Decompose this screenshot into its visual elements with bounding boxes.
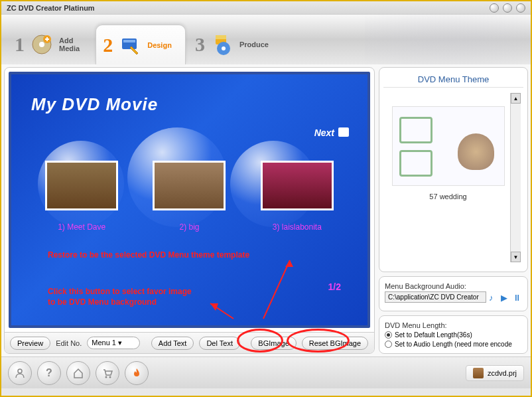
radio-icon: [385, 331, 392, 339]
step-produce[interactable]: 3 Produce: [188, 25, 282, 64]
theme-caption: 57 wedding: [386, 193, 510, 200]
step-add-media[interactable]: 1 Add Media: [8, 25, 93, 64]
menu-select[interactable]: Menu 1 ▾: [87, 337, 140, 349]
step-number: 2: [103, 34, 113, 56]
step-number: 1: [15, 33, 25, 56]
dvd-menu-preview[interactable]: My DVD Movie Next 1) Meet Dave 2) big: [9, 72, 370, 328]
page-indicator: 1/2: [328, 281, 341, 292]
theme-item[interactable]: 57 wedding: [386, 93, 510, 262]
svg-point-14: [105, 376, 107, 378]
scroll-up-button[interactable]: ▲: [511, 93, 521, 104]
disc-plus-icon: [29, 31, 55, 58]
maximize-button[interactable]: [503, 3, 512, 13]
reset-bgimage-button[interactable]: Reset BGImage: [302, 337, 368, 350]
next-button-icon[interactable]: [338, 127, 349, 137]
radio-default-length[interactable]: Set to Default Length(36s): [385, 331, 522, 339]
svg-point-8: [222, 46, 226, 50]
edit-no-label: Edit No.: [56, 339, 82, 347]
help-icon: ?: [46, 367, 52, 379]
radio-audio-length[interactable]: Set to Audio Length (need more encode: [385, 341, 522, 348]
svg-point-1: [39, 42, 44, 47]
svg-line-9: [263, 260, 290, 319]
thumbnail-label: 3) laislabonita: [261, 222, 334, 232]
theme-scrollbar[interactable]: ▲ ▼: [510, 93, 521, 262]
audio-label: Menu Background Audio:: [385, 282, 522, 290]
window-controls: [490, 3, 525, 13]
svg-point-13: [18, 369, 22, 373]
home-button[interactable]: [66, 361, 90, 385]
help-button[interactable]: ?: [37, 361, 61, 385]
produce-icon: [209, 31, 235, 58]
steps-bar: 1 Add Media 2 Design 3 Produce: [1, 15, 531, 64]
svg-marker-10: [285, 260, 293, 267]
design-icon: [117, 32, 143, 58]
main-area: My DVD Movie Next 1) Meet Dave 2) big: [1, 64, 531, 357]
svg-marker-12: [210, 303, 218, 311]
radio-icon: [385, 341, 392, 348]
dvd-menu-title[interactable]: My DVD Movie: [31, 94, 158, 115]
project-name: zcdvd.prj: [488, 369, 517, 377]
length-label: DVD Menu Length:: [385, 321, 522, 329]
window-title: ZC DVD Creator Platinum: [7, 4, 95, 12]
cart-button[interactable]: [96, 361, 119, 385]
frame-icon: [399, 117, 432, 143]
design-panel: My DVD Movie Next 1) Meet Dave 2) big: [4, 67, 375, 354]
step-number: 3: [195, 33, 205, 56]
burn-button[interactable]: [125, 361, 149, 385]
svg-point-15: [109, 376, 111, 378]
step-label: Design: [147, 41, 172, 49]
project-indicator[interactable]: zcdvd.prj: [466, 365, 524, 381]
bgimage-button[interactable]: BGImage: [251, 337, 296, 350]
radio-label: Set to Audio Length (need more encode: [395, 341, 512, 348]
audio-path-input[interactable]: C:\application\ZC DVD Creator: [385, 291, 486, 303]
user-button[interactable]: [8, 361, 32, 385]
basket-icon: [458, 133, 494, 170]
annotation-bgimage: Click this button to select favor image …: [48, 287, 192, 307]
thumbnail-image: [45, 161, 118, 210]
titlebar: ZC DVD Creator Platinum: [1, 1, 531, 15]
step-label: Produce: [239, 40, 269, 48]
theme-header: DVD Menu Theme: [383, 72, 523, 88]
svg-rect-6: [216, 35, 226, 39]
thumbnail-row: 1) Meet Dave 2) big 3) laislabonita: [11, 161, 367, 232]
flame-icon: [131, 367, 143, 379]
svg-line-11: [210, 303, 233, 319]
theme-list: 57 wedding ▲ ▼: [383, 88, 523, 268]
preview-button[interactable]: Preview: [10, 337, 50, 350]
footer-bar: ? zcdvd.prj: [1, 357, 531, 388]
length-settings: DVD Menu Length: Set to Default Length(3…: [379, 315, 528, 354]
menu-item[interactable]: 3) laislabonita: [261, 161, 334, 232]
menu-item[interactable]: 1) Meet Dave: [45, 161, 118, 232]
add-text-button[interactable]: Add Text: [151, 337, 194, 350]
film-icon: [473, 368, 484, 378]
music-note-icon[interactable]: ♪: [489, 293, 498, 302]
step-label: Add Media: [59, 37, 80, 52]
scroll-down-button[interactable]: ▼: [511, 252, 521, 262]
user-icon: [14, 367, 26, 379]
cart-icon: [101, 367, 113, 379]
thumbnail-label: 2) big: [153, 222, 226, 232]
menu-item[interactable]: 2) big: [153, 161, 226, 232]
thumbnail-image: [153, 161, 226, 210]
home-icon: [72, 367, 84, 379]
radio-label: Set to Default Length(36s): [395, 331, 472, 339]
minimize-button[interactable]: [490, 3, 499, 13]
thumbnail-label: 1) Meet Dave: [45, 222, 118, 232]
stop-icon[interactable]: ⏸: [513, 293, 522, 302]
audio-settings: Menu Background Audio: C:\application\ZC…: [379, 276, 528, 311]
annotation-restore: Restore to be the selected DVD Menu them…: [48, 250, 249, 261]
svg-rect-4: [123, 40, 135, 42]
close-button[interactable]: [516, 3, 525, 13]
play-icon[interactable]: ▶: [501, 293, 510, 302]
scroll-track[interactable]: [511, 104, 521, 252]
edit-toolbar: Preview Edit No. Menu 1 ▾ Add Text Del T…: [5, 332, 374, 353]
theme-panel: DVD Menu Theme 57 wedding ▲ ▼: [379, 67, 528, 272]
right-panel: DVD Menu Theme 57 wedding ▲ ▼: [379, 67, 528, 354]
thumbnail-image: [261, 161, 334, 210]
step-design[interactable]: 2 Design: [96, 25, 186, 64]
frame-icon: [399, 150, 432, 177]
menu-select-value: Menu 1: [92, 339, 116, 347]
app-window: ZC DVD Creator Platinum 1 Add Media 2 De…: [0, 0, 532, 397]
del-text-button[interactable]: Del Text: [199, 337, 240, 350]
next-label[interactable]: Next: [314, 127, 334, 138]
